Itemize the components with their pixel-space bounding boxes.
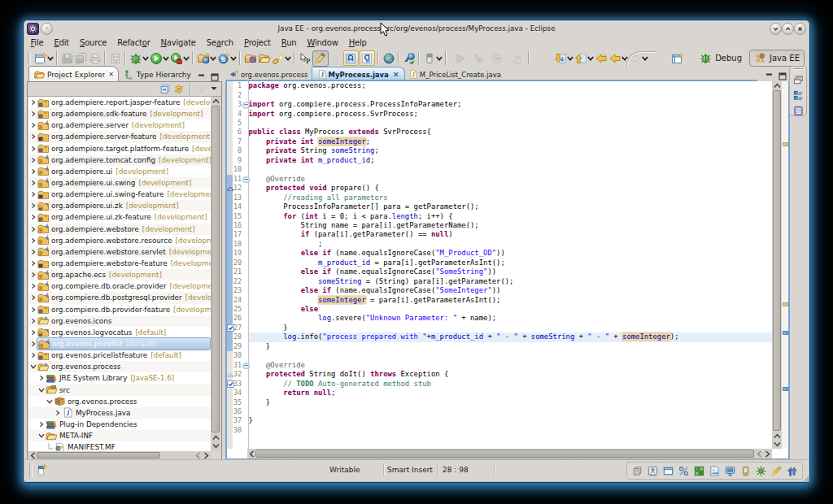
menu-edit[interactable]: Edit xyxy=(49,37,75,48)
save-button[interactable] xyxy=(61,52,74,65)
tree-item-org-evenos-process[interactable]: org.evenos.process xyxy=(28,396,211,407)
tree-item-plug-in-dependencies[interactable]: Plug-in Dependencies xyxy=(28,419,211,430)
ratio-icon[interactable] xyxy=(678,465,690,477)
save-all-button[interactable] xyxy=(75,52,88,65)
external-tools-button[interactable] xyxy=(170,52,183,65)
run-dropdown-icon[interactable] xyxy=(163,52,169,65)
web-service-dropdown-icon[interactable] xyxy=(230,52,237,65)
expand-arrow-icon[interactable] xyxy=(38,421,45,428)
open-perspective-icon[interactable] xyxy=(671,52,684,65)
tree-item-org-adempiere-ui-swing-feature[interactable]: org.adempiere.ui.swing-feature[developme… xyxy=(28,189,211,200)
tree-item-org-apache-ecs[interactable]: org.apache.ecs[development] xyxy=(28,269,211,280)
tree-item-org-adempiere-sdk-feature[interactable]: org.adempiere.sdk-feature[development] xyxy=(28,108,211,119)
expand-arrow-icon[interactable] xyxy=(30,237,37,244)
expand-arrow-icon[interactable] xyxy=(30,249,37,255)
tree-item-org-adempiere-server[interactable]: org.adempiere.server[development] xyxy=(28,119,211,131)
new-web-project-dropdown-icon[interactable] xyxy=(210,52,216,65)
debug-button[interactable] xyxy=(129,52,142,65)
expand-arrow-icon[interactable] xyxy=(30,180,37,186)
window-frame-icon[interactable] xyxy=(662,465,674,477)
tree-item-org-compiere-db-provider-feature[interactable]: org.compiere.db.provider-feature[develop… xyxy=(28,304,211,315)
expand-arrow-icon[interactable] xyxy=(30,168,37,175)
expand-arrow-icon[interactable] xyxy=(30,122,37,128)
menu-file[interactable]: File xyxy=(25,37,49,48)
image-page-icon[interactable] xyxy=(709,465,721,477)
title-bar[interactable]: Java EE - org.evenos.process/src/org/eve… xyxy=(24,20,809,37)
expand-arrow-icon[interactable] xyxy=(30,352,37,358)
perspective-java-ee[interactable]: Java EE xyxy=(749,50,805,67)
expand-arrow-icon[interactable] xyxy=(30,202,37,209)
debug-dropdown-icon[interactable] xyxy=(142,52,149,65)
open-type-button[interactable] xyxy=(244,52,257,65)
menu-refactor[interactable]: Refactor xyxy=(112,37,155,48)
tree-item-org-adempiere-webstore[interactable]: org.adempiere.webstore[development] xyxy=(28,224,211,235)
tree-item-org-adempiere-webstore-resource[interactable]: org.adempiere.webstore.resource[developm… xyxy=(28,235,211,246)
expand-arrow-icon[interactable] xyxy=(30,146,37,152)
tree-item-manifest-mf[interactable]: MANIFEST.MF xyxy=(28,441,211,451)
close-button[interactable] xyxy=(794,23,806,35)
back-dropdown-icon[interactable] xyxy=(621,52,628,65)
collapse-arrow-icon[interactable] xyxy=(38,433,45,438)
tree-item-org-adempiere-report-jasper-feature[interactable]: org.adempiere.report.jasper-feature[deve… xyxy=(28,97,211,108)
menu-window[interactable]: Window xyxy=(302,37,343,48)
close-tab-icon[interactable]: ✕ xyxy=(108,71,114,78)
forward-dropdown-icon[interactable] xyxy=(642,52,648,65)
expand-arrow-icon[interactable] xyxy=(30,157,37,163)
new-web-project-button[interactable] xyxy=(197,52,210,65)
editor-vertical-scrollbar[interactable] xyxy=(772,81,782,449)
code-editor[interactable]: 1234567891011121314151617181920212223242… xyxy=(225,81,790,460)
monitor-icon[interactable] xyxy=(724,465,736,477)
expand-arrow-icon[interactable] xyxy=(30,111,37,117)
occurrence-overview-mark[interactable] xyxy=(783,302,788,306)
editor-presentation-icon[interactable] xyxy=(35,463,48,478)
back-button[interactable] xyxy=(608,52,621,65)
outline-view-icon[interactable] xyxy=(792,89,805,102)
highlighter-button[interactable] xyxy=(312,50,329,67)
occurrence-overview-mark[interactable] xyxy=(783,142,788,146)
synchronize-star-icon[interactable] xyxy=(755,465,767,477)
gray-dots-icon[interactable] xyxy=(196,83,207,95)
collapse-arrow-icon[interactable] xyxy=(46,399,53,404)
task-overview-mark[interactable] xyxy=(783,387,788,391)
double-up-arrows-icon[interactable] xyxy=(786,465,798,477)
web-browser-button[interactable] xyxy=(403,52,416,65)
maximize-button[interactable] xyxy=(782,23,794,35)
menu-navigate[interactable]: Navigate xyxy=(155,37,201,48)
open-resource-button[interactable] xyxy=(258,52,271,65)
search-torch-button[interactable] xyxy=(272,52,285,65)
tree-item-org-evenos-icons[interactable]: org.evenos.icons xyxy=(28,315,211,327)
fast-view-grip[interactable] xyxy=(793,68,803,70)
last-edit-small-dropdown-icon[interactable] xyxy=(436,52,443,65)
menu-run[interactable]: Run xyxy=(276,37,302,48)
tab-type-hierarchy[interactable]: Type Hierarchy xyxy=(119,67,195,82)
menu-search[interactable]: Search xyxy=(201,37,238,48)
new-wizard-button[interactable] xyxy=(34,52,47,65)
pilcrow-button[interactable] xyxy=(360,50,375,66)
hand-gray-button[interactable] xyxy=(510,52,523,65)
task-overview-mark[interactable] xyxy=(783,331,788,335)
menu-help[interactable]: Help xyxy=(343,37,372,48)
expand-arrow-icon[interactable] xyxy=(30,99,37,106)
perspective-debug[interactable]: Debug xyxy=(696,50,746,66)
tasks-view-icon[interactable] xyxy=(792,105,805,117)
restore-pane-icon[interactable] xyxy=(792,74,805,86)
next-annotation-button[interactable] xyxy=(554,52,567,65)
play-gray-button[interactable] xyxy=(454,52,467,65)
prev-annotation-dropdown-icon[interactable] xyxy=(587,52,594,65)
tab-project-explorer[interactable]: Project Explorer✕ xyxy=(28,66,119,82)
expand-arrow-icon[interactable] xyxy=(55,410,61,416)
expand-arrow-icon[interactable] xyxy=(30,226,37,232)
tree-item-src[interactable]: src xyxy=(28,385,211,396)
expand-arrow-icon[interactable] xyxy=(30,214,37,220)
stop-gray-button[interactable] xyxy=(491,52,504,65)
gray-dots-button[interactable] xyxy=(329,52,342,65)
code-viewport[interactable]: package org.evenos.process;import org.co… xyxy=(249,81,773,449)
tree-horizontal-scrollbar[interactable] xyxy=(28,451,211,459)
tree-item-myprocess-java[interactable]: MyProcess.java xyxy=(28,407,211,419)
tree-item-org-evenos-logvocatus[interactable]: org.evenos.logvocatus[default] xyxy=(28,327,211,338)
forward-button[interactable] xyxy=(629,52,642,65)
tree-item-org-evenos-pricelistfeature[interactable]: org.evenos.pricelistfeature[default] xyxy=(28,350,211,361)
last-edit-location-button[interactable] xyxy=(595,52,608,65)
user-box-icon[interactable] xyxy=(647,465,659,477)
pencil-gold-icon[interactable] xyxy=(770,465,783,477)
